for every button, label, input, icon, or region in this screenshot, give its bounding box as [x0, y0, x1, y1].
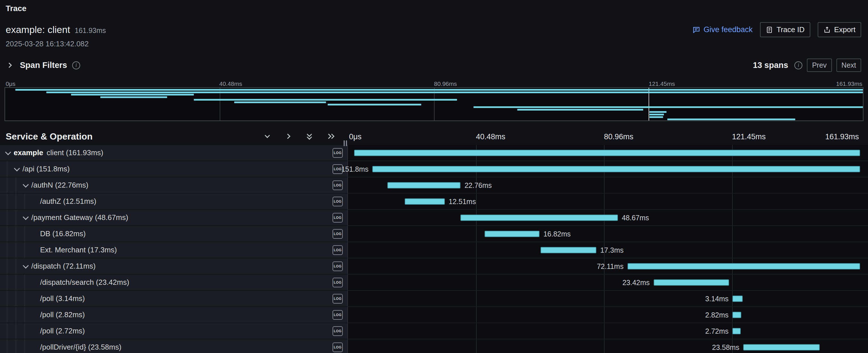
span-bar[interactable]	[627, 263, 860, 269]
span-duration-label: 3.14ms	[705, 294, 728, 303]
time-tick-label: 161.93ms	[836, 81, 862, 87]
span-row[interactable]: Ext. Merchant (17.3ms)LOG17.3ms	[0, 242, 868, 258]
span-row-track: 23.58ms	[348, 339, 860, 353]
log-icon[interactable]: LOG	[333, 197, 343, 206]
give-feedback-link[interactable]: Give feedback	[692, 25, 753, 34]
time-tick-label: 121.45ms	[649, 81, 675, 87]
span-row[interactable]: /dispatch (72.11ms)LOG72.11ms	[0, 258, 868, 275]
span-bar[interactable]	[743, 344, 819, 350]
span-bar[interactable]	[733, 312, 741, 318]
span-row-left[interactable]: /poll (2.72ms)LOG	[0, 323, 348, 339]
log-icon[interactable]: LOG	[333, 326, 343, 336]
trace-waterfall: Service & Operation 0μs40.48ms80.96ms121…	[0, 128, 868, 353]
span-duration-label: 2.72ms	[705, 327, 728, 335]
span-row-timeline: 22.76ms	[348, 178, 868, 194]
collapse-one-icon[interactable]	[263, 132, 272, 141]
span-label: /poll (2.82ms)	[0, 310, 85, 319]
span-label: /dispatch (72.11ms)	[0, 262, 95, 270]
span-row-left[interactable]: /authZ (12.51ms)LOG	[0, 194, 348, 210]
log-icon[interactable]: LOG	[333, 294, 343, 303]
span-row[interactable]: /payment Gateway (48.67ms)LOG48.67ms	[0, 210, 868, 226]
span-row-left[interactable]: DB (16.82ms)LOG	[0, 226, 348, 242]
span-duration-label: 23.42ms	[622, 278, 650, 287]
next-span-button[interactable]: Next	[836, 59, 861, 72]
span-bar[interactable]	[460, 215, 618, 221]
collapse-all-icon[interactable]	[305, 132, 314, 141]
span-label: /poll (3.14ms)	[0, 294, 85, 303]
collapse-chevron-icon[interactable]	[13, 165, 23, 173]
minimap-span-bar	[100, 96, 167, 98]
tree-controls	[263, 132, 335, 141]
log-icon[interactable]: LOG	[333, 229, 343, 239]
log-icon[interactable]: LOG	[333, 245, 343, 255]
span-bar[interactable]	[485, 231, 539, 237]
log-icon[interactable]: LOG	[333, 181, 343, 190]
span-row[interactable]: /authN (22.76ms)LOG22.76ms	[0, 178, 868, 194]
span-bar[interactable]	[654, 279, 729, 286]
span-duration-label: 151.8ms	[341, 165, 369, 173]
log-icon[interactable]: LOG	[333, 343, 343, 352]
chevron-spacer	[30, 278, 40, 287]
span-row-left[interactable]: Ext. Merchant (17.3ms)LOG	[0, 242, 348, 258]
span-row-left[interactable]: /pollDriver/{id} (23.58ms)LOG	[0, 339, 348, 353]
span-row[interactable]: /dispatch/search (23.42ms)LOG23.42ms	[0, 275, 868, 291]
span-row[interactable]: /authZ (12.51ms)LOG12.51ms	[0, 194, 868, 210]
span-row-left[interactable]: exampleclient (161.93ms)LOG	[0, 145, 348, 161]
span-bar[interactable]	[405, 198, 445, 205]
time-tick-label: 80.96ms	[434, 81, 457, 87]
chevron-spacer	[30, 294, 40, 303]
span-row-timeline: 23.58ms	[348, 339, 868, 353]
span-label: /api (151.8ms)	[0, 165, 70, 173]
span-bar[interactable]	[354, 150, 860, 156]
span-row-timeline	[348, 145, 868, 161]
span-row[interactable]: /poll (2.82ms)LOG2.82ms	[0, 307, 868, 323]
span-row-left[interactable]: /authN (22.76ms)LOG	[0, 178, 348, 194]
time-tick-label: 80.96ms	[604, 132, 633, 141]
trace-id-button[interactable]: Trace ID	[760, 22, 810, 37]
expand-all-icon[interactable]	[326, 132, 335, 141]
span-row-left[interactable]: /dispatch/search (23.42ms)LOG	[0, 275, 348, 291]
expand-one-icon[interactable]	[284, 132, 293, 141]
collapse-chevron-icon[interactable]	[4, 149, 13, 157]
span-bar[interactable]	[388, 182, 461, 188]
span-bar[interactable]	[540, 247, 596, 253]
log-icon[interactable]: LOG	[333, 278, 343, 287]
collapse-chevron-icon[interactable]	[22, 262, 31, 270]
timeline-minimap[interactable]	[4, 87, 864, 121]
prev-span-button[interactable]: Prev	[807, 59, 832, 72]
log-icon[interactable]: LOG	[333, 261, 343, 271]
span-filters-info-icon[interactable]: i	[72, 61, 80, 69]
span-row-left[interactable]: /poll (2.82ms)LOG	[0, 307, 348, 323]
span-count-info-icon[interactable]: i	[795, 61, 802, 69]
panel-resize-handle[interactable]	[342, 140, 348, 147]
span-row-timeline: 17.3ms	[348, 242, 868, 258]
span-label: /pollDriver/{id} (23.58ms)	[0, 343, 121, 352]
span-bar[interactable]	[372, 166, 860, 172]
log-icon[interactable]: LOG	[333, 148, 343, 158]
span-row-left[interactable]: /dispatch (72.11ms)LOG	[0, 258, 348, 275]
span-row[interactable]: /poll (2.72ms)LOG2.72ms	[0, 323, 868, 339]
span-filters-expand-chevron-icon[interactable]	[6, 61, 15, 70]
log-icon[interactable]: LOG	[333, 164, 343, 174]
collapse-chevron-icon[interactable]	[22, 181, 31, 190]
span-row-left[interactable]: /api (151.8ms)LOG	[0, 161, 348, 178]
export-icon	[824, 26, 831, 34]
span-row[interactable]: /pollDriver/{id} (23.58ms)LOG23.58ms	[0, 339, 868, 353]
span-row[interactable]: exampleclient (161.93ms)LOG	[0, 145, 868, 161]
span-row[interactable]: /poll (3.14ms)LOG3.14ms	[0, 291, 868, 307]
span-row-left[interactable]: /payment Gateway (48.67ms)LOG	[0, 210, 348, 226]
minimap-axis: 0μs40.48ms80.96ms121.45ms161.93ms	[4, 80, 864, 87]
span-bar[interactable]	[733, 296, 743, 302]
span-row[interactable]: /api (151.8ms)LOG151.8ms	[0, 161, 868, 178]
span-row-left[interactable]: /poll (3.14ms)LOG	[0, 291, 348, 307]
span-duration-label: 23.58ms	[712, 343, 739, 351]
log-icon[interactable]: LOG	[333, 310, 343, 320]
operation-name: DB (16.82ms)	[40, 229, 86, 238]
log-icon[interactable]: LOG	[333, 213, 343, 223]
span-row-timeline: 16.82ms	[348, 226, 868, 242]
export-button[interactable]: Export	[818, 22, 861, 37]
operation-name: /payment Gateway (48.67ms)	[31, 213, 128, 222]
span-row[interactable]: DB (16.82ms)LOG16.82ms	[0, 226, 868, 242]
collapse-chevron-icon[interactable]	[22, 214, 31, 222]
span-bar[interactable]	[733, 328, 741, 334]
